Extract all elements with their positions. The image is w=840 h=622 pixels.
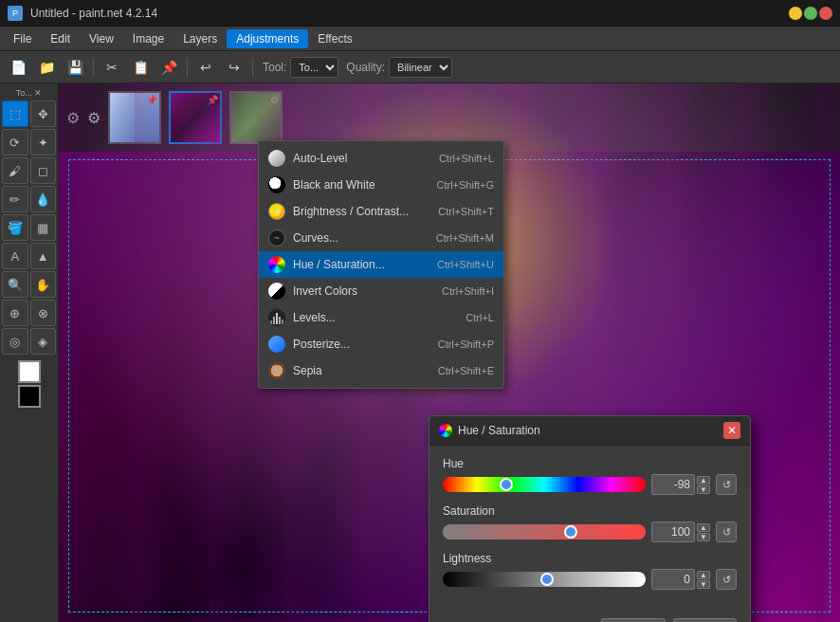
saturation-reset-button[interactable]: ↺ xyxy=(716,521,737,542)
saturation-decrement[interactable]: ▼ xyxy=(697,533,710,541)
menu-edit[interactable]: Edit xyxy=(41,29,80,48)
levels-label: Levels... xyxy=(293,311,458,324)
lightness-slider-thumb[interactable] xyxy=(540,573,554,586)
menu-effects[interactable]: Effects xyxy=(308,29,361,48)
saturation-slider-thumb[interactable] xyxy=(564,525,577,539)
paint-brush-tool[interactable]: 🖌 xyxy=(2,157,28,184)
hue-icon xyxy=(268,256,285,273)
thumbnail-3[interactable]: ⚙ xyxy=(229,91,283,144)
menu-item-curves[interactable]: ~ Curves... Ctrl+Shift+M xyxy=(259,225,503,251)
thumbnail-3-image xyxy=(231,93,281,142)
paste-button[interactable]: 📌 xyxy=(156,55,181,80)
menu-file[interactable]: File xyxy=(4,29,41,48)
hue-reset-button[interactable]: ↺ xyxy=(716,474,737,495)
hue-value-box: ▲ ▼ xyxy=(651,474,710,495)
levels-shortcut: Ctrl+L xyxy=(466,312,494,323)
thumbnail-1[interactable]: 📌 xyxy=(108,91,161,144)
hue-decrement[interactable]: ▼ xyxy=(697,485,710,494)
posterize-shortcut: Ctrl+Shift+P xyxy=(438,338,494,350)
eraser-tool[interactable]: ◻ xyxy=(30,157,57,184)
fill-tool[interactable]: 🪣 xyxy=(2,214,28,241)
gradient-tool[interactable]: ▦ xyxy=(30,214,57,241)
menu-image[interactable]: Image xyxy=(123,29,173,48)
cancel-button[interactable]: Cancel xyxy=(673,618,737,622)
tool-row-6: A ▲ xyxy=(2,243,56,269)
saturation-label-text: Saturation xyxy=(443,504,737,518)
menu-item-auto-level[interactable]: Auto-Level Ctrl+Shift+L xyxy=(259,145,503,172)
lightness-decrement[interactable]: ▼ xyxy=(697,580,710,589)
lightness-input[interactable] xyxy=(651,569,695,590)
magic-wand-tool[interactable]: ✦ xyxy=(30,129,57,156)
menu-item-sepia[interactable]: Sepia Ctrl+Shift+E xyxy=(259,357,503,384)
menu-item-black-white[interactable]: Black and White Ctrl+Shift+G xyxy=(259,172,503,198)
saturation-slider-track[interactable] xyxy=(443,524,646,540)
copy-button[interactable]: 📋 xyxy=(128,55,153,80)
color-picker-tool[interactable]: 💧 xyxy=(30,186,57,212)
save-button[interactable]: 💾 xyxy=(63,55,87,80)
text-tool[interactable]: A xyxy=(2,243,28,269)
tool-row-7: 🔍 ✋ xyxy=(2,271,56,298)
curves-shortcut: Ctrl+Shift+M xyxy=(436,232,494,244)
lasso-tool[interactable]: ⟳ xyxy=(2,129,28,156)
zoom-tool[interactable]: 🔍 xyxy=(2,271,28,298)
sharpen-tool[interactable]: ◈ xyxy=(30,328,57,355)
menu-item-brightness[interactable]: ✦ Brightness / Contrast... Ctrl+Shift+T xyxy=(259,198,503,225)
cut-button[interactable]: ✂ xyxy=(100,55,124,80)
select-tool[interactable]: ⬚ xyxy=(2,101,28,127)
menu-bar: File Edit View Image Layers Adjustments … xyxy=(0,27,840,51)
title-bar: P Untitled - paint.net 4.2.14 xyxy=(0,0,840,27)
move-tool[interactable]: ✥ xyxy=(30,101,57,127)
hue-saturation-dialog: Hue / Saturation ✕ Hue ▲ xyxy=(429,415,751,622)
color-area xyxy=(2,360,56,408)
dialog-close-button[interactable]: ✕ xyxy=(723,422,740,439)
menu-layers[interactable]: Layers xyxy=(173,29,227,48)
clone-stamp-tool[interactable]: ⊕ xyxy=(2,300,28,326)
menu-adjustments[interactable]: Adjustments xyxy=(227,29,308,48)
secondary-color-swatch[interactable] xyxy=(18,385,41,408)
open-button[interactable]: 📁 xyxy=(34,55,59,80)
thumbnail-1-image xyxy=(110,93,159,142)
menu-item-posterize[interactable]: Posterize... Ctrl+Shift+P xyxy=(259,331,503,357)
bw-icon xyxy=(268,176,285,193)
lightness-reset-button[interactable]: ↺ xyxy=(716,569,737,590)
pencil-tool[interactable]: ✏ xyxy=(2,186,28,212)
close-button[interactable] xyxy=(819,7,832,20)
saturation-increment[interactable]: ▲ xyxy=(697,523,710,532)
tool-row-1: ⬚ ✥ xyxy=(2,101,56,127)
curves-icon: ~ xyxy=(268,229,285,247)
menu-view[interactable]: View xyxy=(80,29,123,48)
quality-select[interactable]: Bilinear xyxy=(389,57,452,78)
menu-item-levels[interactable]: Levels... Ctrl+L xyxy=(259,304,503,331)
hue-increment[interactable]: ▲ xyxy=(697,476,710,485)
posterize-icon xyxy=(268,336,285,353)
undo-button[interactable]: ↩ xyxy=(193,55,218,80)
dialog-title-icon xyxy=(439,424,452,437)
hue-input[interactable] xyxy=(651,474,695,495)
saturation-spinner: ▲ ▼ xyxy=(697,523,710,541)
brightness-shortcut: Ctrl+Shift+T xyxy=(438,206,494,217)
recolor-tool[interactable]: ⊗ xyxy=(30,300,57,326)
saturation-input[interactable] xyxy=(651,521,695,542)
lightness-increment[interactable]: ▲ xyxy=(697,571,710,579)
thumbnail-2[interactable]: 📌 xyxy=(169,91,222,144)
primary-color-swatch[interactable] xyxy=(18,360,41,383)
maximize-button[interactable] xyxy=(804,7,817,20)
ok-button[interactable]: OK xyxy=(601,618,665,622)
hue-slider-track[interactable] xyxy=(443,477,646,492)
menu-item-hue-saturation[interactable]: Hue / Saturation... Ctrl+Shift+U xyxy=(259,251,503,278)
hue-slider-thumb[interactable] xyxy=(500,478,513,491)
tool-select[interactable]: To... xyxy=(290,57,338,78)
hue-shortcut: Ctrl+Shift+U xyxy=(437,259,494,270)
new-button[interactable]: 📄 xyxy=(6,55,30,80)
toolbar-separator-1 xyxy=(93,58,94,77)
toolbar-separator-2 xyxy=(187,58,188,77)
menu-item-invert[interactable]: Invert Colors Ctrl+Shift+I xyxy=(259,278,503,304)
shapes-tool[interactable]: ▲ xyxy=(30,243,57,269)
canvas-area[interactable]: ⚙ ⚙ 📌 📌 ⚙ xyxy=(59,83,840,622)
tool-row-4: ✏ 💧 xyxy=(2,186,56,212)
redo-button[interactable]: ↪ xyxy=(222,55,247,80)
pan-tool[interactable]: ✋ xyxy=(30,271,57,298)
blur-tool[interactable]: ◎ xyxy=(2,328,28,355)
minimize-button[interactable] xyxy=(789,7,802,20)
lightness-slider-track[interactable] xyxy=(443,572,646,587)
